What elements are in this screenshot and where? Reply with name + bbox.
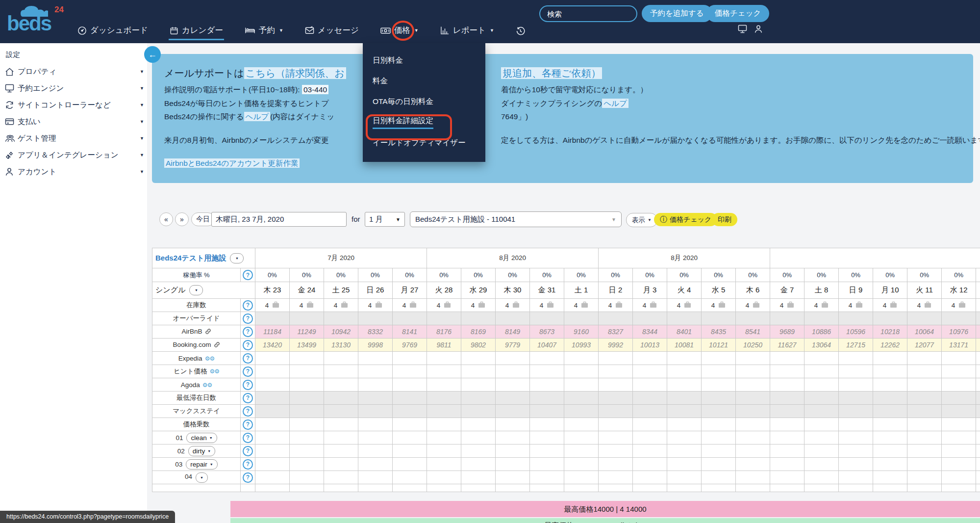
cell[interactable] xyxy=(496,352,530,365)
cell[interactable] xyxy=(907,405,942,418)
sidebar-item-account[interactable]: アカウント▼ xyxy=(0,163,147,180)
inventory-cell[interactable]: 4 xyxy=(839,299,873,312)
cell[interactable] xyxy=(358,405,393,418)
cell[interactable] xyxy=(667,471,702,484)
banner-link[interactable]: ヘルプ xyxy=(602,99,628,108)
price-cell[interactable]: 10064 xyxy=(907,325,942,339)
cell[interactable] xyxy=(804,312,839,325)
price-cell[interactable]: 8541 xyxy=(736,325,770,339)
cell[interactable] xyxy=(530,471,564,484)
price-cell[interactable]: 8149 xyxy=(496,325,530,339)
cell[interactable] xyxy=(255,418,290,431)
price-cell[interactable]: 13064 xyxy=(804,339,839,352)
cell[interactable] xyxy=(255,405,290,418)
cell[interactable] xyxy=(564,471,599,484)
cell[interactable] xyxy=(702,405,736,418)
cell[interactable] xyxy=(667,445,702,458)
cell[interactable] xyxy=(804,378,839,392)
inventory-cell[interactable]: 4 xyxy=(667,299,702,312)
date-header-cell[interactable]: 水 29 xyxy=(461,282,496,299)
price-cell[interactable]: 10121 xyxy=(702,339,736,352)
user-icon[interactable] xyxy=(754,25,763,35)
cell[interactable] xyxy=(393,418,427,431)
cell[interactable] xyxy=(907,392,942,405)
inventory-cell[interactable]: 4 xyxy=(564,299,599,312)
help-icon[interactable]: ? xyxy=(243,270,253,280)
help-icon[interactable]: ? xyxy=(243,406,253,417)
beds24-logo[interactable]: beds 24 xyxy=(7,1,71,42)
cell[interactable] xyxy=(667,392,702,405)
inventory-cell[interactable]: 4 xyxy=(702,299,736,312)
cell[interactable] xyxy=(770,392,804,405)
cell[interactable] xyxy=(255,378,290,392)
cell[interactable] xyxy=(667,458,702,471)
price-cell[interactable]: 13499 xyxy=(290,339,324,352)
cell[interactable] xyxy=(804,458,839,471)
cell[interactable] xyxy=(290,392,324,405)
cell[interactable] xyxy=(873,312,907,325)
banner-link[interactable]: AirbnbとBeds24のアカウント更新作業 xyxy=(164,158,300,168)
nav-history[interactable] xyxy=(516,26,525,40)
date-header-cell[interactable]: 日 26 xyxy=(358,282,393,299)
cell[interactable] xyxy=(599,458,633,471)
cell[interactable] xyxy=(599,365,633,378)
nav-messages[interactable]: メッセージ xyxy=(305,25,359,40)
cell[interactable] xyxy=(667,365,702,378)
cell[interactable] xyxy=(255,352,290,365)
date-header-cell[interactable]: 土 25 xyxy=(324,282,358,299)
cell[interactable] xyxy=(530,312,564,325)
cell[interactable] xyxy=(564,365,599,378)
gears-icon[interactable]: ⚙⚙ xyxy=(205,355,215,362)
date-input[interactable] xyxy=(211,212,347,227)
price-cell[interactable]: 8332 xyxy=(358,325,393,339)
cell[interactable] xyxy=(461,471,496,484)
cell[interactable] xyxy=(942,312,976,325)
banner-link[interactable]: ヘルプ xyxy=(244,112,271,121)
price-cell[interactable]: 8327 xyxy=(599,325,633,339)
cell[interactable] xyxy=(290,378,324,392)
price-cell[interactable]: 9779 xyxy=(496,339,530,352)
date-header-cell[interactable]: 水 12 xyxy=(942,282,976,299)
cell[interactable] xyxy=(599,312,633,325)
cell[interactable] xyxy=(873,458,907,471)
cell[interactable] xyxy=(393,352,427,365)
price-cell[interactable]: 9811 xyxy=(427,339,461,352)
date-header-cell[interactable]: 火 11 xyxy=(907,282,942,299)
cell[interactable] xyxy=(427,445,461,458)
cell[interactable] xyxy=(667,405,702,418)
cell[interactable] xyxy=(633,312,667,325)
help-icon[interactable]: ? xyxy=(243,433,253,443)
cell[interactable] xyxy=(873,431,907,445)
cell[interactable] xyxy=(461,365,496,378)
cell[interactable] xyxy=(324,378,358,392)
cell[interactable] xyxy=(358,392,393,405)
cell[interactable] xyxy=(770,445,804,458)
cell[interactable] xyxy=(599,405,633,418)
cell[interactable] xyxy=(358,431,393,445)
inventory-cell[interactable]: 4 xyxy=(530,299,564,312)
cell[interactable] xyxy=(496,445,530,458)
price-cell[interactable]: 8141 xyxy=(393,325,427,339)
cell[interactable] xyxy=(255,365,290,378)
cell[interactable] xyxy=(976,392,980,405)
cell[interactable] xyxy=(804,405,839,418)
cell[interactable] xyxy=(564,392,599,405)
price-cell[interactable]: 13420 xyxy=(255,339,290,352)
cell[interactable] xyxy=(358,312,393,325)
cell[interactable] xyxy=(667,418,702,431)
cell[interactable] xyxy=(564,405,599,418)
cell[interactable] xyxy=(358,445,393,458)
search-input[interactable] xyxy=(539,5,637,22)
price-cell[interactable]: 9802 xyxy=(461,339,496,352)
cell[interactable] xyxy=(633,431,667,445)
inventory-cell[interactable]: 4 xyxy=(358,299,393,312)
cell[interactable] xyxy=(530,365,564,378)
cell[interactable] xyxy=(804,471,839,484)
cell[interactable] xyxy=(907,378,942,392)
cell[interactable] xyxy=(324,418,358,431)
cell[interactable] xyxy=(839,365,873,378)
cell[interactable] xyxy=(770,312,804,325)
cell[interactable] xyxy=(736,431,770,445)
cell[interactable] xyxy=(702,352,736,365)
date-header-cell[interactable]: 金 7 xyxy=(770,282,804,299)
